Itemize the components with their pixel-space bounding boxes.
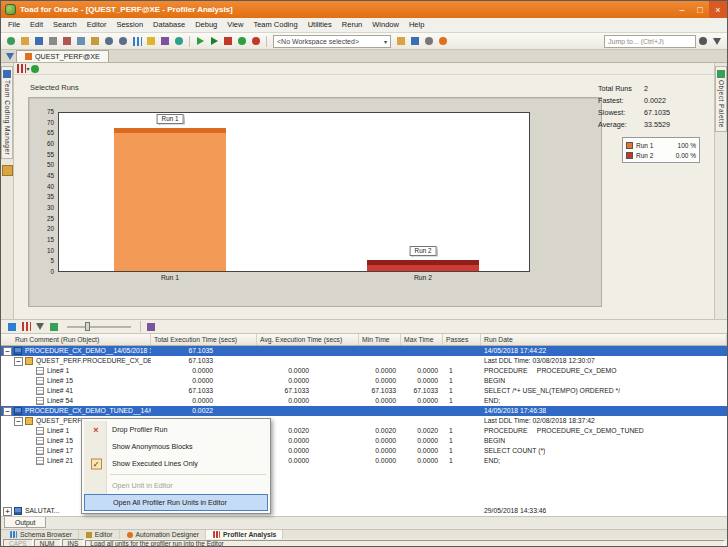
workspace-save-button[interactable] <box>408 34 422 48</box>
grid-row[interactable]: Line# 540.00000.00000.00000.00001END; <box>1 396 727 406</box>
toad-world-button[interactable] <box>436 34 450 48</box>
column-header-4[interactable]: Min Time <box>359 334 401 345</box>
grid-row[interactable]: −PROCEDURE_CX_DEMO__14/05/2018 1...67.10… <box>1 346 727 356</box>
threshold-slider[interactable] <box>67 322 131 332</box>
schema-browser-button[interactable] <box>130 34 144 48</box>
column-header-1[interactable]: Run Comment (Run Object) <box>1 334 151 345</box>
document-list-icon[interactable] <box>4 50 16 62</box>
chart-bar-2[interactable] <box>367 260 479 271</box>
session-browser-button[interactable] <box>158 34 172 48</box>
cell-min <box>359 346 401 356</box>
filter-runs-button[interactable] <box>33 320 47 334</box>
profiler-chart-view-button[interactable] <box>19 320 33 334</box>
tab-schema-browser[interactable]: Schema Browser <box>3 530 79 539</box>
chart-bar-1[interactable] <box>114 128 226 271</box>
collapse-icon[interactable]: − <box>14 357 23 366</box>
menu-debug[interactable]: Debug <box>190 18 222 32</box>
execute-script-button[interactable] <box>207 34 221 48</box>
search-button[interactable] <box>696 34 710 48</box>
column-header-7[interactable]: Run Date <box>481 334 727 345</box>
workspace-new-button[interactable] <box>394 34 408 48</box>
y-axis-tick: 30 <box>47 205 54 211</box>
collapse-icon[interactable]: − <box>3 347 12 356</box>
bar-cap <box>367 260 479 265</box>
row-label: Line# 1 <box>47 426 69 436</box>
context-menu-item[interactable]: ✓Show Executed Lines Only <box>84 455 268 472</box>
profiler-run-picker-button[interactable]: ▾ <box>17 63 29 75</box>
y-axis-tick: 20 <box>47 226 54 232</box>
grid-row[interactable]: −QUEST_PERF.PROCEDURE_CX_DEMO67.1033Last… <box>1 356 727 366</box>
tab-output[interactable]: Output <box>4 517 46 528</box>
column-header-6[interactable]: Passes <box>443 334 481 345</box>
document-tab[interactable]: QUEST_PERF@XE <box>16 50 109 62</box>
grid-row[interactable]: Line# 4167.103367.103367.103367.10331SEL… <box>1 386 727 396</box>
tab-editor[interactable]: Editor <box>79 530 120 539</box>
redo-button[interactable] <box>116 34 130 48</box>
tab-automation-designer[interactable]: Automation Designer <box>120 530 206 539</box>
menu-file[interactable]: File <box>3 18 25 32</box>
menu-utilities[interactable]: Utilities <box>303 18 337 32</box>
cut-button[interactable] <box>60 34 74 48</box>
menu-help[interactable]: Help <box>404 18 429 32</box>
grid-row[interactable]: Line# 150.00000.00000.00000.00001BEGIN <box>1 376 727 386</box>
close-button[interactable]: × <box>709 1 727 18</box>
collapse-icon[interactable]: − <box>3 407 12 416</box>
cell-min <box>359 356 401 366</box>
document-tab-label: QUEST_PERF@XE <box>35 52 100 61</box>
slider-track <box>67 326 131 328</box>
column-header-5[interactable]: Max Time <box>401 334 443 345</box>
tree-cell: −PROCEDURE_CX_DEMO__14/05/2018 1... <box>1 346 151 356</box>
menu-view[interactable]: View <box>222 18 248 32</box>
commit-button[interactable] <box>235 34 249 48</box>
document-tabs: QUEST_PERF@XE <box>16 50 109 62</box>
menu-search[interactable]: Search <box>48 18 82 32</box>
context-menu-item[interactable]: Open All Profiler Run Units in Editor <box>84 494 268 511</box>
undo-button[interactable] <box>102 34 116 48</box>
menu-editor[interactable]: Editor <box>82 18 112 32</box>
database-monitor-button[interactable] <box>172 34 186 48</box>
save-file-icon <box>35 37 43 45</box>
save-file-button[interactable] <box>32 34 46 48</box>
column-header-2[interactable]: Total Execution Time (secs) <box>151 334 257 345</box>
rollback-button[interactable] <box>249 34 263 48</box>
sidebar-tab-object-palette[interactable]: Object Palette <box>715 66 727 132</box>
options-gear-button[interactable] <box>422 34 436 48</box>
execute-statement-button[interactable] <box>193 34 207 48</box>
grid-row[interactable]: Line# 10.00000.00000.00000.00001PROCEDUR… <box>1 366 727 376</box>
grid-row[interactable]: −PROCEDURE_CX_DEMO_TUNED__14/0...0.00221… <box>1 406 727 416</box>
open-file-button[interactable] <box>18 34 32 48</box>
line-icon <box>36 367 44 375</box>
column-header-3[interactable]: Avg. Execution Time (secs) <box>257 334 359 345</box>
copy-button[interactable] <box>74 34 88 48</box>
paste-button[interactable] <box>88 34 102 48</box>
menu-database[interactable]: Database <box>148 18 190 32</box>
minimize-button[interactable]: – <box>673 1 691 18</box>
export-grid-button[interactable] <box>144 320 158 334</box>
tab-label: Automation Designer <box>136 531 199 538</box>
menu-team-coding[interactable]: Team Coding <box>248 18 302 32</box>
tab-profiler-analysis[interactable]: Profiler Analysis <box>206 530 283 539</box>
new-connection-button[interactable] <box>4 34 18 48</box>
context-menu-item[interactable]: Show Anonymous Blocks <box>84 438 268 455</box>
collapse-icon[interactable]: − <box>14 417 23 426</box>
slider-thumb[interactable] <box>85 322 90 331</box>
menu-session[interactable]: Session <box>111 18 148 32</box>
window-list-button[interactable] <box>710 34 724 48</box>
refresh-runs-button[interactable] <box>29 63 41 75</box>
stat-label: Average: <box>598 119 644 131</box>
workspace-selector[interactable]: <No Workspace selected> ▾ <box>273 35 391 48</box>
editor-window-button[interactable] <box>144 34 158 48</box>
profiler-grid-view-button[interactable] <box>5 320 19 334</box>
halt-execution-button[interactable] <box>221 34 235 48</box>
menu-edit[interactable]: Edit <box>25 18 48 32</box>
context-menu-item[interactable]: ×Drop Profiler Run <box>84 421 268 438</box>
maximize-button[interactable]: □ <box>691 1 709 18</box>
highlight-threshold-button[interactable] <box>47 320 61 334</box>
project-manager-icon[interactable] <box>2 165 13 176</box>
sidebar-tab-team-coding-manager[interactable]: Team Coding Manager <box>1 66 13 159</box>
menu-rerun[interactable]: Rerun <box>337 18 367 32</box>
menu-window[interactable]: Window <box>367 18 404 32</box>
jump-to-input[interactable] <box>604 35 696 48</box>
print-button[interactable] <box>46 34 60 48</box>
expand-icon[interactable]: + <box>3 507 12 516</box>
